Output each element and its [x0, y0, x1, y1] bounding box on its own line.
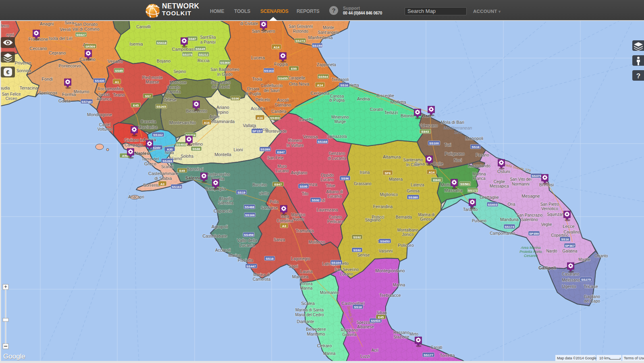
svg-text:SS92: SS92	[312, 198, 320, 202]
svg-text:dei Cavoti: dei Cavoti	[212, 85, 230, 89]
svg-text:Fondi: Fondi	[42, 77, 53, 81]
svg-text:A14: A14	[274, 46, 280, 49]
svg-text:Pulsano: Pulsano	[472, 219, 487, 223]
svg-text:Spinazzola: Spinazzola	[327, 134, 347, 139]
svg-text:Bojano: Bojano	[157, 58, 170, 63]
svg-text:Corato: Corato	[370, 107, 383, 112]
svg-text:SS380: SS380	[408, 196, 418, 199]
svg-text:Bitonto: Bitonto	[401, 113, 414, 118]
svg-text:San Bartolomeo: San Bartolomeo	[210, 67, 239, 72]
svg-text:A14: A14	[429, 171, 435, 174]
svg-text:SS172: SS172	[468, 189, 478, 192]
svg-text:San Severino: San Severino	[334, 267, 359, 272]
svg-text:Montella: Montella	[214, 152, 231, 157]
svg-text:A16: A16	[204, 121, 210, 125]
svg-text:In Vulture: In Vulture	[287, 143, 304, 148]
svg-text:+: +	[4, 284, 7, 290]
svg-text:SS159: SS159	[312, 44, 322, 48]
svg-text:62dir: 62dir	[153, 146, 160, 150]
svg-text:SS581: SS581	[460, 182, 470, 186]
svg-text:Ferrandina: Ferrandina	[373, 204, 393, 209]
svg-text:Bernalda: Bernalda	[396, 215, 412, 219]
svg-text:SS168: SS168	[318, 140, 328, 144]
svg-text:Salentino: Salentino	[521, 217, 538, 222]
svg-text:Sea: Sea	[454, 130, 462, 135]
svg-text:Laurenzana: Laurenzana	[317, 208, 338, 212]
svg-text:SS92: SS92	[353, 248, 361, 252]
svg-text:SS177: SS177	[424, 353, 434, 357]
svg-text:Policoro: Policoro	[398, 243, 414, 248]
svg-text:Galatina: Galatina	[562, 249, 578, 253]
svg-text:Sant'arse: Sant'arse	[261, 206, 278, 210]
svg-text:SS403: SS403	[176, 143, 186, 146]
svg-text:SS163: SS163	[172, 185, 182, 189]
svg-text:Map data ©2014 Google: Map data ©2014 Google	[557, 356, 596, 360]
svg-text:Priverno: Priverno	[15, 60, 31, 65]
svg-text:Montegiordano: Montegiordano	[375, 268, 405, 273]
svg-text:Lucania: Lucania	[239, 243, 255, 248]
svg-text:Isola del Liri: Isola del Liri	[49, 36, 73, 41]
svg-text:Buccino: Buccino	[252, 183, 267, 187]
svg-text:Ostuni: Ostuni	[497, 169, 510, 174]
svg-text:SS88: SS88	[192, 147, 200, 151]
svg-text:Lauria: Lauria	[300, 269, 313, 274]
svg-text:San Marco: San Marco	[211, 80, 231, 85]
svg-text:SR509: SR509	[85, 45, 96, 48]
svg-text:SS18: SS18	[354, 305, 362, 309]
svg-text:Ugento: Ugento	[562, 284, 576, 289]
svg-text:Camerota: Camerota	[253, 277, 270, 282]
svg-text:Ariano: Ariano	[216, 105, 229, 110]
svg-text:SS7: SS7	[145, 94, 151, 98]
svg-text:Nardò: Nardò	[546, 249, 557, 253]
svg-text:Carapelle: Carapelle	[288, 76, 305, 80]
svg-text:Maratea: Maratea	[292, 274, 309, 279]
svg-text:Tricase: Tricase	[584, 284, 598, 289]
svg-text:SS265: SS265	[156, 105, 166, 108]
svg-text:Volturno: Volturno	[98, 127, 112, 131]
svg-text:Veroli: Veroli	[60, 27, 71, 32]
svg-text:Monopoli: Monopoli	[465, 136, 484, 141]
svg-text:Vernotico: Vernotico	[541, 207, 558, 211]
svg-text:In Colle: In Colle	[406, 163, 420, 167]
svg-text:Corleto: Corleto	[329, 215, 342, 219]
svg-text:Altamura: Altamura	[383, 154, 401, 159]
svg-text:Messapica: Messapica	[490, 184, 509, 188]
svg-text:Vallo della: Vallo della	[237, 238, 258, 243]
svg-text:Candela: Candela	[271, 109, 287, 114]
svg-text:Irsina: Irsina	[360, 170, 370, 175]
svg-text:Circeo: Circeo	[6, 96, 17, 101]
svg-text:Oppido: Oppido	[321, 173, 334, 177]
svg-text:Marina di: Marina di	[253, 273, 270, 277]
svg-text:Minervino: Minervino	[331, 115, 349, 119]
svg-text:Molfetta: Molfetta	[390, 100, 406, 104]
svg-text:Campomarino: Campomarino	[490, 231, 515, 236]
svg-text:Google: Google	[3, 353, 25, 360]
svg-text:SS162: SS162	[153, 133, 163, 137]
svg-text:Lucano: Lucano	[340, 272, 353, 276]
svg-text:?: ?	[636, 72, 640, 80]
svg-text:Rotondo: Rotondo	[293, 29, 308, 33]
svg-text:Fasano: Fasano	[476, 153, 489, 157]
svg-text:Terracina: Terracina	[19, 86, 38, 90]
svg-text:Maria del Cedro: Maria del Cedro	[295, 313, 324, 317]
svg-text:SS399: SS399	[260, 148, 270, 151]
svg-text:Marittimo: Marittimo	[307, 332, 325, 336]
svg-text:Jonico: Jonico	[402, 232, 414, 237]
svg-text:SS90: SS90	[231, 97, 239, 100]
svg-text:Altavilla: Altavilla	[219, 196, 233, 201]
svg-text:Consilina: Consilina	[276, 219, 293, 223]
svg-text:Campania: Campania	[125, 143, 143, 147]
svg-text:Agropoli: Agropoli	[212, 224, 228, 229]
svg-text:Sessa: Sessa	[98, 92, 110, 97]
svg-text:Martina: Martina	[472, 172, 486, 176]
svg-text:Lecce: Lecce	[563, 224, 574, 229]
svg-text:Mondragone: Mondragone	[87, 112, 112, 117]
svg-text:Scalea: Scalea	[301, 301, 315, 306]
svg-text:SS303: SS303	[270, 116, 280, 120]
svg-text:Solofra: Solofra	[181, 154, 193, 159]
svg-text:Marina: Marina	[300, 286, 313, 290]
svg-text:Trebisacce: Trebisacce	[379, 293, 401, 298]
svg-text:SS447: SS447	[246, 265, 256, 268]
svg-text:SS369: SS369	[220, 61, 230, 65]
svg-text:Greco: Greco	[144, 161, 156, 166]
